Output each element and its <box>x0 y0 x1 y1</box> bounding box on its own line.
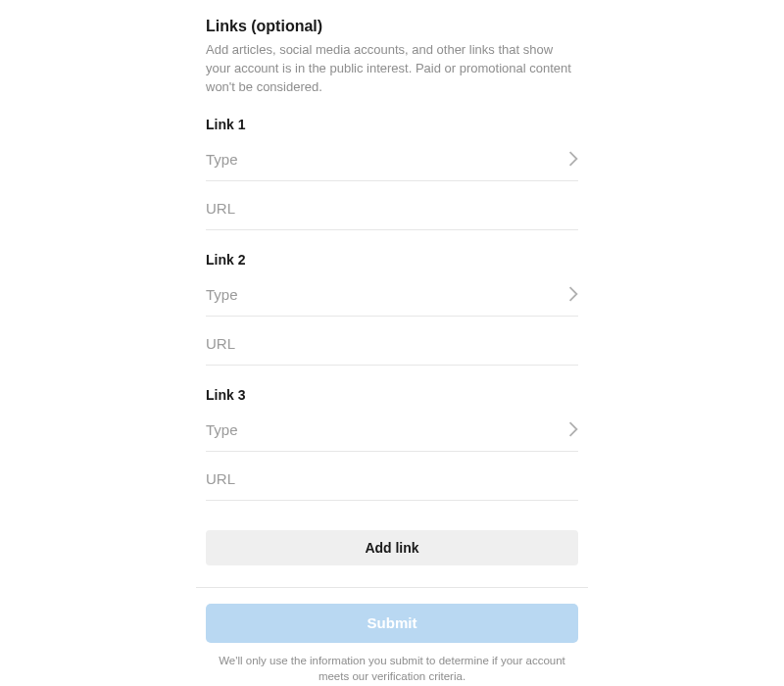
type-placeholder: Type <box>206 151 238 168</box>
chevron-right-icon <box>568 421 578 437</box>
divider <box>196 587 588 588</box>
type-placeholder: Type <box>206 421 238 438</box>
link-label: Link 1 <box>206 117 578 132</box>
type-placeholder: Type <box>206 286 238 303</box>
url-placeholder: URL <box>206 200 235 217</box>
chevron-right-icon <box>568 151 578 167</box>
section-title: Links (optional) <box>206 18 578 35</box>
link-label: Link 2 <box>206 252 578 268</box>
link-url-input[interactable]: URL <box>206 458 578 501</box>
chevron-right-icon <box>568 286 578 302</box>
link-type-selector[interactable]: Type <box>206 138 578 181</box>
link-group-3: Link 3 Type URL <box>206 387 578 501</box>
link-type-selector[interactable]: Type <box>206 409 578 452</box>
link-url-input[interactable]: URL <box>206 322 578 366</box>
link-group-1: Link 1 Type URL <box>206 117 578 230</box>
link-type-selector[interactable]: Type <box>206 273 578 317</box>
link-group-2: Link 2 Type URL <box>206 252 578 366</box>
footer-note: We'll only use the information you submi… <box>206 653 578 684</box>
url-placeholder: URL <box>206 470 235 487</box>
link-url-input[interactable]: URL <box>206 187 578 230</box>
url-placeholder: URL <box>206 335 235 352</box>
section-description: Add articles, social media accounts, and… <box>206 41 578 97</box>
links-section: Links (optional) Add articles, social me… <box>206 0 578 684</box>
add-link-button[interactable]: Add link <box>206 530 578 565</box>
submit-button[interactable]: Submit <box>206 604 578 643</box>
link-label: Link 3 <box>206 387 578 403</box>
